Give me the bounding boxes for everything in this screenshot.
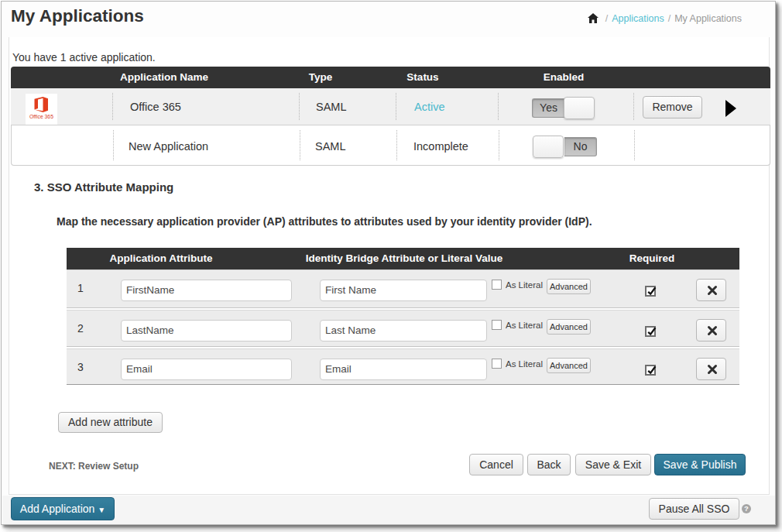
svg-text:Office 365: Office 365 xyxy=(29,114,53,119)
